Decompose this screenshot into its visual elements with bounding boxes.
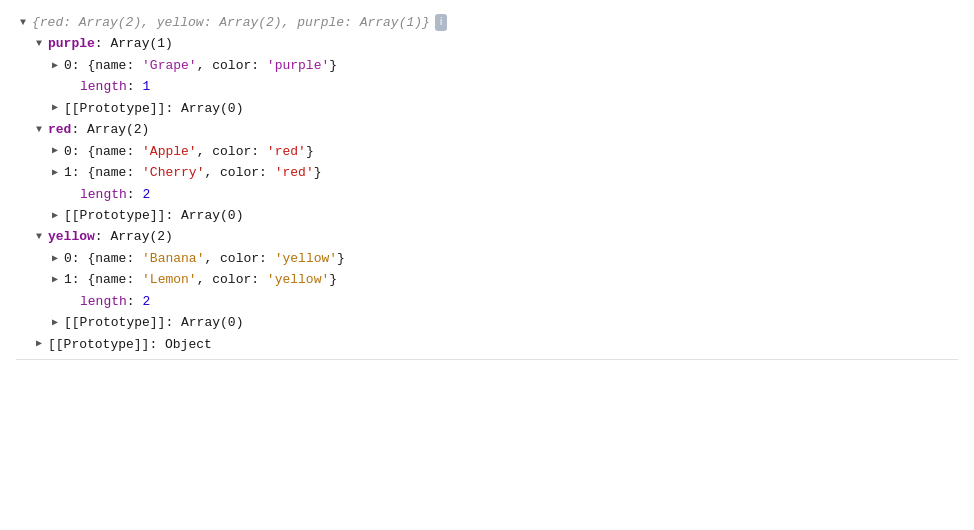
red-length-key: length [80, 184, 127, 205]
yellow-length-line: length : 2 [16, 291, 958, 312]
purple-length-line: length : 1 [16, 76, 958, 97]
purple-item-0-name-val: 'Grape' [142, 55, 197, 76]
yellow-prototype-line[interactable]: ▶ [[Prototype]]: Array(0) [16, 312, 958, 333]
red-item-1-expand[interactable]: ▶ [48, 166, 62, 180]
root-prototype-text: [[Prototype]]: Object [48, 334, 212, 355]
red-item-0-color-label: , color: [197, 141, 267, 162]
root-summary-text: {red: Array(2), yellow: Array(2), purple… [32, 12, 430, 33]
yellow-key: yellow [48, 226, 95, 247]
red-length-val: 2 [142, 184, 150, 205]
red-item-0-color-val: 'red' [267, 141, 306, 162]
red-item-1-index: 1 [64, 162, 72, 183]
yellow-item-0-line[interactable]: ▶ 0 : {name: 'Banana' , color: 'yellow' … [16, 248, 958, 269]
purple-item-0-index: 0 [64, 55, 72, 76]
root-collapse-toggle[interactable]: ▼ [16, 16, 30, 30]
purple-length-key: length [80, 76, 127, 97]
yellow-length-val: 2 [142, 291, 150, 312]
purple-collapse-toggle[interactable]: ▼ [32, 37, 46, 51]
yellow-colon: : [95, 226, 111, 247]
root-prototype-line[interactable]: ▶ [[Prototype]]: Object [16, 334, 958, 355]
yellow-length-colon: : [127, 291, 143, 312]
yellow-item-0-color-label: , color: [204, 248, 274, 269]
purple-type: Array(1) [110, 33, 172, 54]
purple-item-0-close: } [329, 55, 337, 76]
yellow-item-0-index: 0 [64, 248, 72, 269]
yellow-type: Array(2) [110, 226, 172, 247]
yellow-item-1-color-val: 'yellow' [267, 269, 329, 290]
red-item-1-name-val: 'Cherry' [142, 162, 204, 183]
red-prototype-expand[interactable]: ▶ [48, 209, 62, 223]
root-prototype-expand[interactable]: ▶ [32, 337, 46, 351]
root-object-line[interactable]: ▼ {red: Array(2), yellow: Array(2), purp… [16, 12, 958, 33]
yellow-length-key: length [80, 291, 127, 312]
info-badge[interactable]: i [435, 14, 447, 31]
purple-item-0-color-label: , color: [197, 55, 267, 76]
red-item-1-line[interactable]: ▶ 1 : {name: 'Cherry' , color: 'red' } [16, 162, 958, 183]
yellow-item-1-expand[interactable]: ▶ [48, 273, 62, 287]
red-item-0-colon: : {name: [72, 141, 142, 162]
yellow-prototype-text: [[Prototype]]: Array(0) [64, 312, 243, 333]
purple-prototype-expand[interactable]: ▶ [48, 101, 62, 115]
bottom-separator [16, 359, 958, 360]
purple-key: purple [48, 33, 95, 54]
yellow-array-line[interactable]: ▼ yellow : Array(2) [16, 226, 958, 247]
red-prototype-text: [[Prototype]]: Array(0) [64, 205, 243, 226]
yellow-collapse-toggle[interactable]: ▼ [32, 230, 46, 244]
yellow-item-1-color-label: , color: [197, 269, 267, 290]
yellow-item-1-index: 1 [64, 269, 72, 290]
red-item-1-color-val: 'red' [275, 162, 314, 183]
red-collapse-toggle[interactable]: ▼ [32, 123, 46, 137]
yellow-item-1-close: } [329, 269, 337, 290]
red-item-1-close: } [314, 162, 322, 183]
yellow-item-0-name-val: 'Banana' [142, 248, 204, 269]
yellow-item-0-expand[interactable]: ▶ [48, 252, 62, 266]
yellow-item-1-line[interactable]: ▶ 1 : {name: 'Lemon' , color: 'yellow' } [16, 269, 958, 290]
purple-colon: : [95, 33, 111, 54]
yellow-item-1-colon: : {name: [72, 269, 142, 290]
purple-item-0-colon: : {name: [72, 55, 142, 76]
red-prototype-line[interactable]: ▶ [[Prototype]]: Array(0) [16, 205, 958, 226]
red-length-colon: : [127, 184, 143, 205]
red-length-line: length : 2 [16, 184, 958, 205]
red-item-1-colon: : {name: [72, 162, 142, 183]
yellow-prototype-expand[interactable]: ▶ [48, 316, 62, 330]
yellow-item-0-color-val: 'yellow' [275, 248, 337, 269]
yellow-item-0-close: } [337, 248, 345, 269]
purple-prototype-text: [[Prototype]]: Array(0) [64, 98, 243, 119]
purple-array-line[interactable]: ▼ purple : Array(1) [16, 33, 958, 54]
purple-length-val: 1 [142, 76, 150, 97]
red-type: Array(2) [87, 119, 149, 140]
red-item-0-name-val: 'Apple' [142, 141, 197, 162]
console-panel: ▼ {red: Array(2), yellow: Array(2), purp… [16, 12, 958, 360]
red-item-0-index: 0 [64, 141, 72, 162]
purple-length-colon: : [127, 76, 143, 97]
yellow-item-1-name-val: 'Lemon' [142, 269, 197, 290]
purple-item-0-expand[interactable]: ▶ [48, 59, 62, 73]
yellow-item-0-colon: : {name: [72, 248, 142, 269]
red-colon: : [71, 119, 87, 140]
red-item-0-close: } [306, 141, 314, 162]
red-item-1-color-label: , color: [204, 162, 274, 183]
purple-prototype-line[interactable]: ▶ [[Prototype]]: Array(0) [16, 98, 958, 119]
purple-item-0-line[interactable]: ▶ 0 : {name: 'Grape' , color: 'purple' } [16, 55, 958, 76]
red-array-line[interactable]: ▼ red : Array(2) [16, 119, 958, 140]
purple-item-0-color-val: 'purple' [267, 55, 329, 76]
red-item-0-line[interactable]: ▶ 0 : {name: 'Apple' , color: 'red' } [16, 141, 958, 162]
red-key: red [48, 119, 71, 140]
red-item-0-expand[interactable]: ▶ [48, 144, 62, 158]
